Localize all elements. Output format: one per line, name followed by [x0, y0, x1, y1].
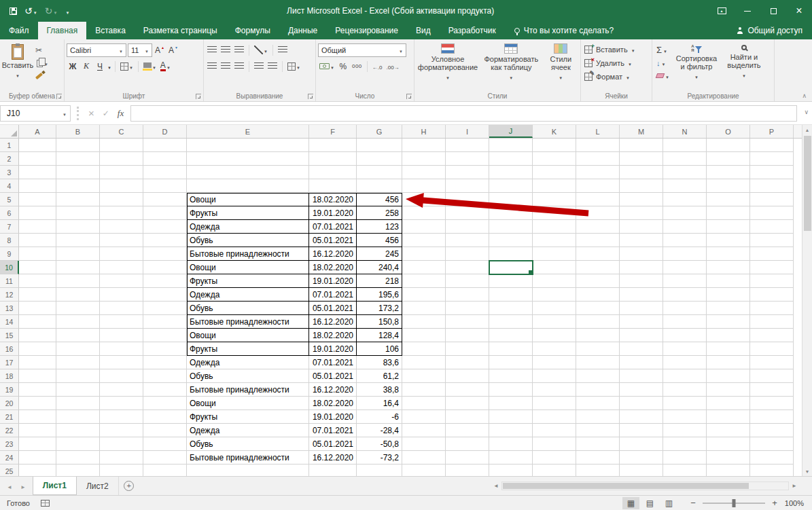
cell-m14[interactable] [620, 315, 663, 329]
select-all-corner[interactable] [0, 125, 19, 138]
cell-d1[interactable] [143, 139, 187, 152]
cell-e13[interactable]: Обувь [187, 302, 309, 315]
cell-j15[interactable] [489, 329, 533, 342]
cell-o22[interactable] [707, 424, 750, 437]
row-header-3[interactable]: 3 [0, 166, 19, 179]
cell-d14[interactable] [143, 315, 187, 329]
cell-n14[interactable] [663, 315, 707, 329]
cell-n3[interactable] [663, 166, 707, 179]
cell-j16[interactable] [489, 342, 533, 356]
cell-m19[interactable] [620, 383, 663, 397]
cell-d22[interactable] [143, 424, 187, 437]
cell-k15[interactable] [533, 329, 576, 342]
ribbon-tab-4[interactable]: Формулы [226, 22, 279, 39]
cell-o12[interactable] [707, 288, 750, 302]
cell-c13[interactable] [100, 302, 143, 315]
cell-n15[interactable] [663, 329, 707, 342]
ribbon-tab-1[interactable]: Главная [38, 22, 87, 39]
cell-n6[interactable] [663, 206, 707, 220]
cell-o16[interactable] [707, 342, 750, 356]
cell-l17[interactable] [576, 356, 620, 369]
cell-styles-button[interactable]: Стили ячеек [544, 41, 578, 90]
font-size-select[interactable]: 11 [128, 43, 152, 57]
row-header-11[interactable]: 11 [0, 274, 19, 288]
row-header-6[interactable]: 6 [0, 206, 19, 220]
find-select-button[interactable]: Найти и выделить [722, 41, 766, 90]
row-header-21[interactable]: 21 [0, 410, 19, 424]
cell-g7[interactable]: 123 [357, 220, 402, 234]
cell-b10[interactable] [56, 261, 100, 274]
cell-m5[interactable] [620, 193, 663, 206]
cell-h2[interactable] [402, 152, 446, 166]
column-header-e[interactable]: E [187, 125, 309, 138]
cell-b9[interactable] [56, 247, 100, 261]
cell-m11[interactable] [620, 274, 663, 288]
cell-f18[interactable]: 05.01.2021 [309, 369, 357, 383]
cell-k1[interactable] [533, 139, 576, 152]
cut-button[interactable] [33, 44, 50, 56]
cell-o17[interactable] [707, 356, 750, 369]
cell-k14[interactable] [533, 315, 576, 329]
cell-c14[interactable] [100, 315, 143, 329]
cell-n4[interactable] [663, 179, 707, 193]
cell-j3[interactable] [489, 166, 533, 179]
cell-a3[interactable] [19, 166, 56, 179]
cell-c10[interactable] [100, 261, 143, 274]
fill-button[interactable] [654, 56, 671, 69]
align-middle-button[interactable] [219, 43, 232, 56]
name-box[interactable]: J10 [0, 105, 71, 122]
conditional-formatting-button[interactable]: Условное форматирование [417, 41, 479, 90]
cell-p9[interactable] [750, 247, 794, 261]
cell-d16[interactable] [143, 342, 187, 356]
cell-p18[interactable] [750, 369, 794, 383]
cell-j19[interactable] [489, 383, 533, 397]
cell-e22[interactable]: Одежда [187, 424, 309, 437]
cell-j7[interactable] [489, 220, 533, 234]
column-header-i[interactable]: I [446, 125, 489, 138]
cell-j9[interactable] [489, 247, 533, 261]
cell-h22[interactable] [402, 424, 446, 437]
cell-h23[interactable] [402, 437, 446, 451]
cell-o1[interactable] [707, 139, 750, 152]
cell-o6[interactable] [707, 206, 750, 220]
cell-b2[interactable] [56, 152, 100, 166]
ribbon-tab-6[interactable]: Рецензирование [326, 22, 407, 39]
maximize-button[interactable] [760, 0, 786, 22]
cell-d7[interactable] [143, 220, 187, 234]
cell-i8[interactable] [446, 234, 489, 247]
cell-b12[interactable] [56, 288, 100, 302]
cell-k9[interactable] [533, 247, 576, 261]
cell-a1[interactable] [19, 139, 56, 152]
cell-e3[interactable] [187, 166, 309, 179]
save-button[interactable] [7, 3, 20, 18]
cell-g1[interactable] [357, 139, 402, 152]
ribbon-display-options-button[interactable] [709, 0, 735, 22]
cell-m8[interactable] [620, 234, 663, 247]
cell-i3[interactable] [446, 166, 489, 179]
cell-h1[interactable] [402, 139, 446, 152]
cell-g24[interactable]: -73,2 [357, 451, 402, 465]
cell-b6[interactable] [56, 206, 100, 220]
cell-n11[interactable] [663, 274, 707, 288]
cell-g23[interactable]: -50,8 [357, 437, 402, 451]
cell-i20[interactable] [446, 397, 489, 410]
cell-g3[interactable] [357, 166, 402, 179]
cell-k3[interactable] [533, 166, 576, 179]
cell-o7[interactable] [707, 220, 750, 234]
cell-k2[interactable] [533, 152, 576, 166]
cell-i14[interactable] [446, 315, 489, 329]
row-header-13[interactable]: 13 [0, 302, 19, 315]
cell-f22[interactable]: 07.01.2021 [309, 424, 357, 437]
cell-n2[interactable] [663, 152, 707, 166]
align-left-button[interactable] [206, 60, 218, 73]
cell-l18[interactable] [576, 369, 620, 383]
column-header-a[interactable]: A [19, 125, 56, 138]
cell-d10[interactable] [143, 261, 187, 274]
underline-button[interactable]: Ч [94, 60, 106, 73]
ribbon-tab-3[interactable]: Разметка страницы [135, 22, 226, 39]
cell-a22[interactable] [19, 424, 56, 437]
format-as-table-button[interactable]: Форматировать как таблицу [479, 41, 544, 90]
cell-f23[interactable]: 05.01.2021 [309, 437, 357, 451]
row-header-8[interactable]: 8 [0, 234, 19, 247]
cell-j1[interactable] [489, 139, 533, 152]
